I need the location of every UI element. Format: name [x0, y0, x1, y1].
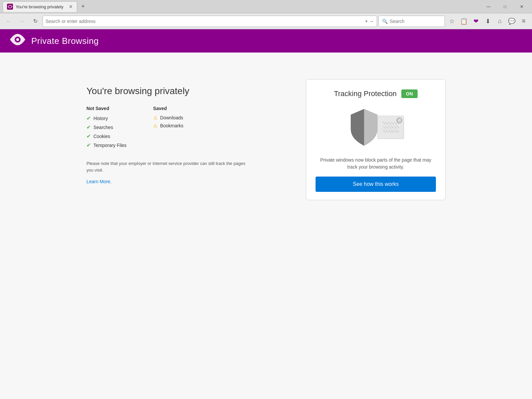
search-box[interactable]: 🔍: [378, 16, 445, 27]
list-item: ⚠ Downloads: [153, 115, 184, 120]
list-item: ✔ History: [86, 115, 127, 121]
nav-bar: ← → ↻ ▾ → 🔍 ☆ 📋 ❤ ⬇ ⌂ 💬 ≡: [0, 13, 532, 29]
see-how-button[interactable]: See how this works: [316, 177, 436, 192]
warn-icon: ⚠: [153, 115, 158, 120]
item-cookies: Cookies: [93, 134, 110, 139]
tracking-protection-panel: Tracking Protection ON ⊘ Private windows…: [306, 79, 446, 200]
tab-private-icon: [7, 4, 13, 10]
menu-icon[interactable]: ≡: [518, 16, 529, 27]
saved-heading: Saved: [153, 106, 184, 111]
shield-area: ⊘: [347, 107, 404, 147]
new-tab-button[interactable]: +: [78, 2, 88, 11]
shield-icon: [347, 107, 381, 147]
address-dropdown-icon[interactable]: ▾: [365, 19, 367, 24]
favorites-icon[interactable]: ☆: [446, 16, 458, 27]
blocked-line: [382, 126, 399, 129]
item-searches: Searches: [93, 125, 113, 130]
item-history: History: [93, 116, 108, 121]
blocked-line: [382, 130, 399, 133]
not-saved-heading: Not Saved: [86, 106, 127, 111]
no-icon: ⊘: [396, 117, 402, 123]
minimize-button[interactable]: —: [481, 1, 496, 12]
blocked-line: [382, 122, 399, 125]
tracking-header: Tracking Protection ON: [316, 89, 436, 98]
refresh-button[interactable]: ↻: [29, 15, 41, 27]
back-icon: ←: [6, 18, 11, 24]
address-bar[interactable]: ▾ →: [43, 16, 377, 27]
check-icon: ✔: [86, 115, 91, 121]
main-content: You're browsing privately Not Saved ✔ Hi…: [0, 53, 532, 399]
home-icon[interactable]: ⌂: [494, 16, 505, 27]
pocket-icon[interactable]: ❤: [470, 16, 481, 27]
item-downloads: Downloads: [160, 115, 183, 120]
forward-icon: →: [19, 18, 25, 24]
note-text: Please note that your employer or Intern…: [86, 160, 246, 173]
tab-area: You're browsing privately ✕ +: [3, 1, 481, 12]
reading-list-icon[interactable]: 📋: [458, 16, 469, 27]
check-icon: ✔: [86, 124, 91, 130]
main-heading: You're browsing privately: [86, 86, 279, 96]
tracking-description: Private windows now block parts of the p…: [316, 157, 436, 171]
saved-column: Saved ⚠ Downloads ⚠ Bookmarks: [153, 106, 184, 151]
list-item: ✔ Cookies: [86, 133, 127, 139]
tab-title: You're browsing privately: [16, 4, 64, 9]
blocked-page-icon: ⊘: [377, 116, 404, 139]
learn-more-link[interactable]: Learn More.: [86, 179, 111, 184]
columns: Not Saved ✔ History ✔ Searches ✔ Cookies…: [86, 106, 279, 151]
refresh-icon: ↻: [33, 18, 38, 24]
forward-button[interactable]: →: [16, 15, 28, 27]
check-icon: ✔: [86, 133, 91, 139]
search-icon: 🔍: [382, 19, 388, 24]
list-item: ✔ Temporary Files: [86, 142, 127, 148]
active-tab[interactable]: You're browsing privately ✕: [3, 1, 77, 12]
header-title: Private Browsing: [31, 36, 99, 46]
header-bar: Private Browsing: [0, 29, 532, 53]
close-button[interactable]: ✕: [514, 1, 529, 12]
title-bar: You're browsing privately ✕ + — □ ✕: [0, 0, 532, 13]
private-mask-icon: [10, 34, 25, 48]
chat-icon[interactable]: 💬: [506, 16, 517, 27]
warn-icon: ⚠: [153, 123, 158, 128]
search-input[interactable]: [390, 19, 430, 24]
tracking-title: Tracking Protection: [334, 89, 397, 98]
check-icon: ✔: [86, 142, 91, 148]
left-panel: You're browsing privately Not Saved ✔ Hi…: [86, 79, 279, 185]
address-input[interactable]: [46, 19, 364, 24]
maximize-button[interactable]: □: [497, 1, 513, 12]
list-item: ✔ Searches: [86, 124, 127, 130]
list-item: ⚠ Bookmarks: [153, 123, 184, 128]
toolbar-icons: ☆ 📋 ❤ ⬇ ⌂ 💬 ≡: [446, 16, 529, 27]
address-go-icon[interactable]: →: [369, 18, 374, 24]
tab-close-btn[interactable]: ✕: [69, 4, 73, 9]
svg-point-1: [16, 38, 19, 41]
item-temp-files: Temporary Files: [93, 143, 127, 148]
item-bookmarks: Bookmarks: [160, 123, 184, 128]
window-controls: — □ ✕: [481, 1, 529, 12]
back-button[interactable]: ←: [3, 15, 15, 27]
not-saved-column: Not Saved ✔ History ✔ Searches ✔ Cookies…: [86, 106, 127, 151]
on-badge: ON: [401, 89, 418, 98]
download-icon[interactable]: ⬇: [482, 16, 493, 27]
